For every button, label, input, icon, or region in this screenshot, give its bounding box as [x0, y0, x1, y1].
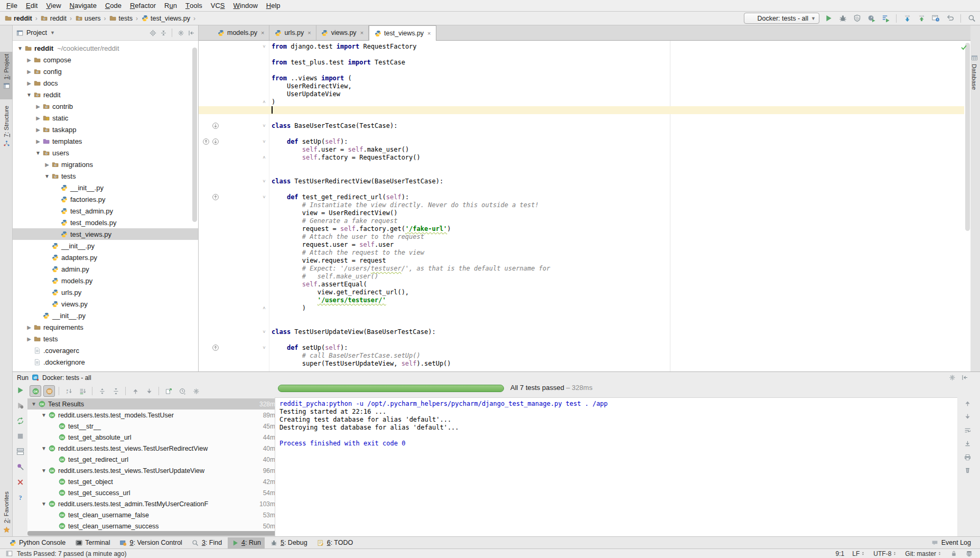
menu-code[interactable]: Code [101, 0, 126, 11]
tree-item-.dockerignore[interactable]: .dockerignore [13, 356, 198, 368]
toolwindow-button-run[interactable]: 4: Run [228, 537, 265, 548]
test-result-row[interactable]: OKtest_clean_username_success50ms [27, 520, 286, 531]
tree-item-taskapp[interactable]: ▶taskapp [13, 124, 198, 135]
tree-item-factories.py[interactable]: factories.py [13, 193, 198, 205]
test-options-button[interactable] [190, 385, 202, 397]
collapse-all-button[interactable] [110, 385, 122, 397]
encoding-select[interactable]: UTF-8 [873, 550, 897, 558]
restore-layout-button[interactable] [15, 446, 25, 457]
tree-item-migrations[interactable]: ▶migrations [13, 159, 198, 170]
tree-expand-icon[interactable]: ▶ [34, 104, 42, 109]
menu-edit[interactable]: Edit [22, 0, 42, 11]
test-result-row[interactable]: OKtest_get_object42ms [27, 476, 286, 487]
test-result-row[interactable]: OKtest__str__45ms [27, 421, 286, 432]
fold-marker-icon[interactable]: ˅ [261, 193, 267, 201]
search-everywhere-button[interactable] [966, 13, 977, 24]
menu-refactor[interactable]: Refactor [126, 0, 160, 11]
event-log-button[interactable]: Event Log [928, 537, 975, 548]
collapse-all-icon[interactable] [160, 29, 167, 36]
line-ending-select[interactable]: LF [852, 550, 865, 558]
tree-item-test_views.py[interactable]: test_views.py [13, 228, 198, 240]
rerun-all-button[interactable] [15, 415, 25, 426]
tree-item-__init__.py[interactable]: __init__.py [13, 240, 198, 252]
test-history-button[interactable] [176, 385, 188, 397]
code-editor[interactable]: ˅from django.test import RequestFactoryf… [199, 41, 970, 371]
fold-marker-icon[interactable]: ˄ [261, 98, 267, 106]
tree-item-tests[interactable]: ▼tests [13, 170, 198, 182]
stop-button[interactable] [15, 431, 25, 441]
tree-expand-icon[interactable]: ▼ [25, 92, 33, 98]
run-configuration-select[interactable]: Docker: tests - all ▼ [744, 13, 819, 24]
caret-position[interactable]: 9:1 [836, 550, 845, 557]
tree-item-config[interactable]: ▶config [13, 66, 198, 77]
help-button[interactable]: ? [15, 492, 25, 503]
test-result-row[interactable]: ▼OKreddit.users.tests.test_views.TestUse… [27, 443, 286, 454]
tree-item-requirements[interactable]: ▶requirements [13, 321, 198, 333]
inspections-ok-icon[interactable] [960, 43, 967, 51]
tree-item-users[interactable]: ▼users [13, 147, 198, 159]
breadcrumb-item[interactable]: tests [108, 14, 134, 23]
tool-stripe-1-project[interactable]: 1: Project [0, 52, 13, 99]
tree-expand-icon[interactable]: ▼ [40, 412, 48, 418]
editor-tab-views.py[interactable]: views.py× [316, 25, 369, 40]
tree-expand-icon[interactable]: ▼ [30, 401, 38, 407]
inspections-profile-icon[interactable] [965, 550, 973, 557]
menu-file[interactable]: File [2, 0, 22, 11]
close-tab-icon[interactable]: × [261, 30, 264, 36]
run-console[interactable]: reddit_pycha:python -u /opt/.pycharm_hel… [275, 397, 957, 536]
tree-item-views.py[interactable]: views.py [13, 298, 198, 310]
tree-expand-icon[interactable]: ▼ [16, 45, 24, 51]
editor-tab-test_views.py[interactable]: test_views.py× [369, 25, 436, 41]
tree-expand-icon[interactable]: ▶ [34, 138, 42, 144]
tree-expand-icon[interactable]: ▶ [25, 69, 33, 75]
breadcrumb-item[interactable]: reddit [40, 14, 68, 23]
fold-marker-icon[interactable]: ˄ [261, 304, 267, 312]
close-button[interactable] [15, 477, 25, 487]
tree-item-docs[interactable]: ▶docs [13, 77, 198, 89]
test-result-row[interactable]: OKtest_clean_username_false53ms [27, 509, 286, 520]
rollback-button[interactable] [945, 13, 955, 24]
close-tab-icon[interactable]: × [360, 30, 363, 36]
tree-item-urls.py[interactable]: urls.py [13, 286, 198, 298]
overridden-marker-icon[interactable] [212, 138, 219, 145]
rerun-button[interactable] [15, 385, 25, 395]
menu-view[interactable]: View [42, 0, 65, 11]
overrides-marker-icon[interactable] [212, 345, 219, 351]
locate-file-icon[interactable] [149, 29, 156, 36]
fold-marker-icon[interactable]: ˅ [261, 43, 267, 51]
test-result-row[interactable]: OKtest_get_success_url54ms [27, 487, 286, 498]
run-button[interactable] [823, 13, 834, 24]
tree-expand-icon[interactable]: ▼ [40, 501, 48, 507]
close-tab-icon[interactable]: × [427, 30, 431, 36]
test-tree-scrollbar-horizontal[interactable] [27, 531, 286, 536]
soft-wrap-button[interactable] [964, 426, 971, 435]
rerun-failed-button[interactable] [15, 400, 25, 411]
print-button[interactable] [964, 453, 971, 462]
tree-expand-icon[interactable]: ▶ [25, 80, 33, 86]
tree-expand-icon[interactable]: ▼ [43, 173, 51, 179]
lock-icon[interactable] [950, 550, 957, 557]
test-result-row[interactable]: ▼OKreddit.users.tests.test_admin.TestMyU… [27, 498, 286, 509]
tree-expand-icon[interactable]: ▶ [34, 115, 42, 121]
tree-expand-icon[interactable]: ▶ [43, 162, 51, 168]
close-tab-icon[interactable]: × [307, 30, 311, 36]
clear-all-button[interactable] [964, 467, 971, 476]
expand-all-button[interactable] [96, 385, 108, 397]
export-results-button[interactable] [163, 385, 174, 397]
tree-expand-icon[interactable]: ▶ [34, 127, 42, 133]
fold-marker-icon[interactable]: ˄ [261, 154, 267, 162]
project-scrollbar[interactable] [192, 48, 197, 222]
vcs-update-button[interactable]: VCS [902, 13, 912, 24]
tree-item-templates[interactable]: ▶templates [13, 135, 198, 147]
profiler-button[interactable] [866, 13, 876, 24]
tree-item-__init__.py[interactable]: __init__.py [13, 182, 198, 193]
tree-expand-icon[interactable]: ▶ [25, 57, 33, 63]
breadcrumb-item[interactable]: users [74, 14, 102, 23]
tree-item-.coveragerc[interactable]: .coveragerc [13, 345, 198, 356]
tree-item-contrib[interactable]: ▶contrib [13, 100, 198, 112]
tree-expand-icon[interactable]: ▶ [25, 336, 33, 342]
tree-item-test_models.py[interactable]: test_models.py [13, 217, 198, 228]
next-failed-button[interactable] [143, 385, 155, 397]
vcs-commit-button[interactable]: VCS [916, 13, 927, 24]
toolwindow-toggle-icon[interactable] [5, 550, 13, 557]
